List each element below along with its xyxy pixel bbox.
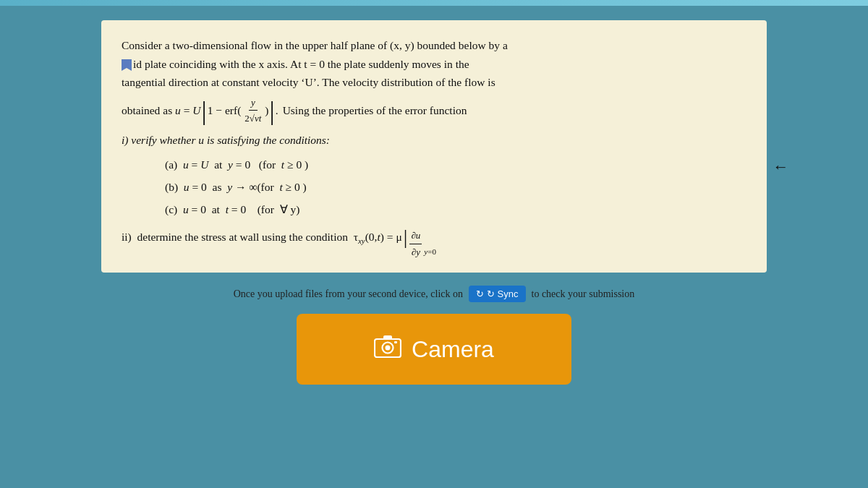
camera-label: Camera [412,336,494,363]
sync-text-after: to check your submission [532,288,635,300]
intro-line-3: tangential direction at constant velocit… [122,73,746,92]
erf-prefix: 1 − erf( [208,101,242,120]
stress-section: ii) determine the stress at wall using t… [122,228,746,260]
big-bracket-close: | [270,98,275,124]
sync-text-before: Once you upload files from your second d… [234,288,463,300]
main-container: → Consider a two-dimensional flow in the… [0,6,868,488]
verify-title: i) verify whether u is satisfying the co… [122,131,746,150]
stress-partial-group: | ∂u ∂y y=0 [404,228,436,260]
cursor-arrow: → [773,158,788,176]
conditions-list: (a) u = U at y = 0 (for t ≥ 0 ) (b) u = … [165,153,746,221]
big-bracket-open: | [202,98,207,124]
sync-label: ↻ Sync [487,288,519,299]
condition-a-text: (a) u = U at y = 0 (for t ≥ 0 ) [165,153,308,176]
condition-c: (c) u = 0 at t = 0 (for ∀ y) [165,198,746,221]
intro-text-3: tangential direction at constant velocit… [122,76,495,88]
svg-point-2 [386,346,391,351]
svg-rect-3 [383,335,392,340]
partial-derivative: ∂u ∂y [409,228,422,260]
sync-icon: ↻ [476,288,484,299]
stress-prefix-text: ii) determine the stress at wall using t… [122,228,402,247]
camera-icon [374,334,401,364]
condition-b: (b) u = 0 as y → ∞(for t ≥ 0 ) [165,176,746,198]
evaluated-at: y=0 [424,245,436,260]
top-bar [0,0,868,6]
using-text: Using the properties of the error functi… [283,101,467,120]
intro-line-2: id plate coinciding with the x axis. At … [122,55,746,74]
intro-text-1: Consider a two-dimensional flow in the u… [122,39,508,51]
fraction-y-2sqrt: y 2√vt [242,95,263,127]
verify-title-text: i) verify whether u is satisfying the co… [122,134,330,146]
condition-b-text: (b) u = 0 as y → ∞(for t ≥ 0 ) [165,176,307,198]
svg-rect-4 [394,341,397,343]
camera-btn-container: Camera [297,314,571,385]
sync-row: Once you upload files from your second d… [234,286,634,302]
condition-a: (a) u = U at y = 0 (for t ≥ 0 ) [165,153,746,176]
sync-button[interactable]: ↻ ↻ Sync [469,286,526,302]
left-bracket: | [404,228,408,246]
problem-block: Consider a two-dimensional flow in the u… [122,36,746,260]
camera-button[interactable]: Camera [297,314,571,385]
bookmark-icon [122,59,132,71]
intro-text-2: id plate coinciding with the x axis. At … [133,58,469,70]
obtained-line: obtained as u = U | 1 − erf( y 2√vt ) | … [122,95,746,127]
content-card: → Consider a two-dimensional flow in the… [101,20,767,273]
intro-line-1: Consider a two-dimensional flow in the u… [122,36,746,55]
erf-close: ) [265,101,268,120]
condition-c-text: (c) u = 0 at t = 0 (for ∀ y) [165,198,299,221]
verify-section: i) verify whether u is satisfying the co… [122,131,746,221]
y-equals-0: y=0 [424,245,436,258]
obtained-prefix: obtained as u = U [122,101,201,120]
dot: . [276,101,278,120]
